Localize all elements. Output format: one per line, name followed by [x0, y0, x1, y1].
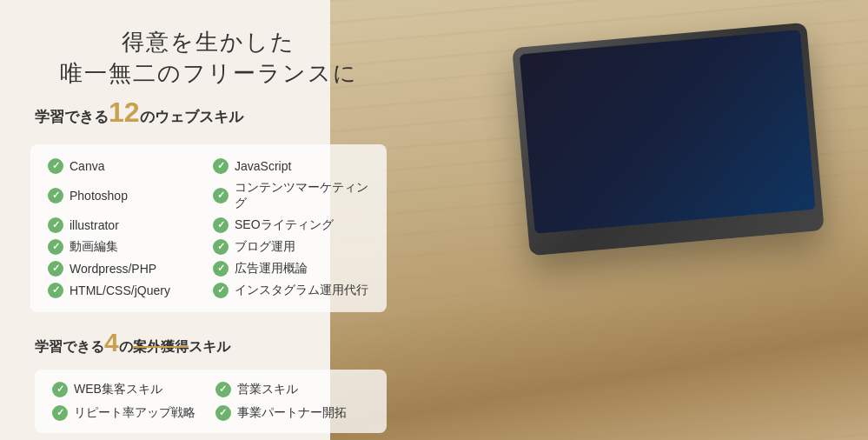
check-icon-javascript	[213, 158, 229, 174]
skill-label-seo: SEOライティング	[235, 217, 334, 233]
skill-label-photoshop: Photoshop	[70, 189, 128, 203]
skill-label-repeat-rate: リピート率アップ戦略	[74, 405, 195, 421]
check-icon-html	[48, 283, 63, 298]
check-icon-sales	[215, 382, 231, 397]
headline-line2: 唯一無二のフリーランスに	[30, 57, 387, 89]
skills-grid-web: Canva JavaScript Photoshop コンテンツマーケティング …	[48, 158, 369, 298]
laptop-screen	[520, 30, 816, 233]
photo-background	[330, 0, 868, 440]
skill-item-wordpress: Wordpress/PHP	[48, 261, 204, 277]
skill-item-canva: Canva	[48, 158, 204, 174]
skill-label-canva: Canva	[70, 159, 104, 173]
section1-prefix: 学習できる	[35, 109, 109, 125]
check-icon-video	[48, 239, 63, 255]
skill-item-blog: ブログ運用	[213, 239, 369, 255]
skill-item-ads: 広告運用概論	[213, 261, 369, 277]
section1-suffix: のウェブスキル	[140, 109, 243, 125]
skill-item-web-acquisition: WEB集客スキル	[52, 382, 207, 397]
section2-number: 4	[104, 328, 119, 357]
skills-grid-business: WEB集客スキル 営業スキル リピート率アップ戦略 事業パートナー開拓	[52, 382, 369, 421]
skill-label-ads: 広告運用概論	[235, 261, 308, 277]
laptop-decoration	[512, 23, 825, 257]
skill-item-content-marketing: コンテンツマーケティング	[213, 180, 369, 211]
check-icon-web-acquisition	[52, 382, 68, 397]
skill-item-sales: 営業スキル	[215, 382, 370, 397]
skill-item-seo: SEOライティング	[213, 217, 369, 233]
check-icon-photoshop	[48, 188, 63, 203]
check-icon-blog	[213, 239, 229, 255]
skill-item-photoshop: Photoshop	[48, 180, 204, 211]
headline-line1: 得意を生かした	[30, 26, 387, 57]
section1-number: 12	[109, 97, 140, 128]
check-icon-content-marketing	[213, 188, 229, 203]
skill-label-javascript: JavaScript	[235, 159, 291, 173]
skill-item-illustrator: illustrator	[48, 217, 204, 233]
section2-suffix-strike: 案外獲得	[133, 339, 189, 354]
skills-panel-business: WEB集客スキル 営業スキル リピート率アップ戦略 事業パートナー開拓	[35, 370, 387, 433]
check-icon-seo	[213, 217, 229, 233]
section2-prefix: 学習できる	[35, 339, 104, 354]
section2-suffix-end: スキル	[189, 339, 230, 354]
section2-suffix-normal: の	[119, 339, 133, 354]
section2-title: 学習できる4の案外獲得スキル	[35, 328, 387, 357]
section1-title: 学習できる12のウェブスキル	[30, 97, 387, 129]
skill-label-video: 動画編集	[70, 239, 118, 255]
skill-item-partner: 事業パートナー開拓	[215, 405, 370, 421]
main-content: 得意を生かした 唯一無二のフリーランスに 学習できる12のウェブスキル Canv…	[0, 0, 387, 433]
check-icon-repeat-rate	[52, 405, 68, 421]
check-icon-instagram	[213, 283, 229, 298]
skill-label-instagram: インスタグラム運用代行	[235, 283, 368, 298]
skill-item-video: 動画編集	[48, 239, 204, 255]
check-icon-wordpress	[48, 261, 63, 277]
skill-label-sales: 営業スキル	[237, 382, 298, 397]
skill-label-content-marketing: コンテンツマーケティング	[235, 180, 369, 211]
section2-container: 学習できる4の案外獲得スキル WEB集客スキル 営業スキル リピート率アップ戦略	[30, 328, 387, 433]
headline: 得意を生かした 唯一無二のフリーランスに	[30, 26, 387, 90]
check-icon-ads	[213, 261, 229, 277]
skill-item-html: HTML/CSS/jQuery	[48, 283, 204, 298]
skill-label-web-acquisition: WEB集客スキル	[74, 382, 162, 397]
skill-label-illustrator: illustrator	[70, 218, 119, 232]
check-icon-canva	[48, 158, 63, 174]
check-icon-partner	[215, 405, 231, 421]
skill-item-javascript: JavaScript	[213, 158, 369, 174]
skill-label-partner: 事業パートナー開拓	[237, 405, 347, 421]
skill-label-blog: ブログ運用	[235, 239, 295, 255]
skills-panel-web: Canva JavaScript Photoshop コンテンツマーケティング …	[30, 144, 387, 312]
skill-item-repeat-rate: リピート率アップ戦略	[52, 405, 207, 421]
skill-item-instagram: インスタグラム運用代行	[213, 283, 369, 298]
skill-label-html: HTML/CSS/jQuery	[70, 283, 170, 297]
skill-label-wordpress: Wordpress/PHP	[70, 262, 156, 276]
check-icon-illustrator	[48, 217, 63, 233]
